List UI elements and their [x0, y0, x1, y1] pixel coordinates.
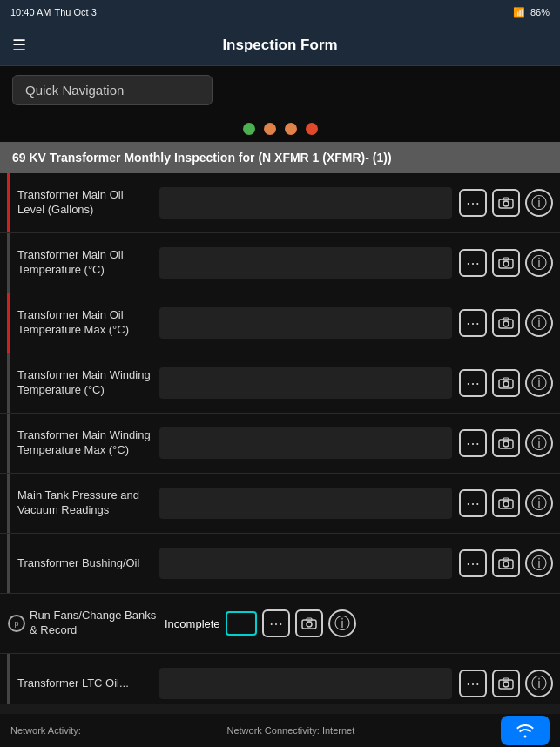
- row-actions: ⋯ ⓘ: [459, 429, 553, 457]
- status-icons: 📶 86%: [513, 7, 550, 18]
- network-connectivity: Network Connectivity: Internet: [226, 725, 354, 736]
- row-input[interactable]: [159, 187, 452, 219]
- svg-point-7: [503, 321, 509, 326]
- info-button[interactable]: ⓘ: [525, 369, 553, 397]
- chat-button[interactable]: ⋯: [459, 309, 487, 337]
- status-date: Thu Oct 3: [54, 7, 96, 17]
- row-label: Transformer Main Oil Level (Gallons): [17, 188, 152, 218]
- bottom-status-bar: Network Activity: Network Connectivity: …: [0, 714, 560, 747]
- form-row: p Run Fans/Change Banks & RecordIncomple…: [0, 594, 560, 654]
- camera-button[interactable]: [492, 489, 520, 517]
- form-row: Main Tank Pressure and Vacuum Readings ⋯…: [0, 474, 560, 534]
- svg-point-1: [503, 201, 509, 206]
- progress-dots: [0, 114, 560, 142]
- svg-point-10: [503, 381, 509, 387]
- camera-button[interactable]: [492, 249, 520, 277]
- row-indicator: [7, 353, 10, 413]
- row-label: Run Fans/Change Banks & Record: [30, 609, 165, 638]
- form-row: Transformer LTC Oil... ⋯ ⓘ: [0, 654, 560, 704]
- quick-nav-bar: Quick Navigation: [0, 66, 560, 114]
- row-label: Transformer Main Winding Temperature Max…: [17, 428, 152, 458]
- row-input[interactable]: [159, 548, 452, 579]
- status-bar: 10:40 AM Thu Oct 3 📶 86%: [0, 0, 560, 24]
- progress-dot-3[interactable]: [306, 123, 318, 135]
- progress-dot-2[interactable]: [285, 123, 297, 135]
- form-row: Transformer Main Oil Level (Gallons) ⋯ ⓘ: [0, 173, 560, 233]
- status-time: 10:40 AM: [10, 7, 51, 17]
- info-button[interactable]: ⓘ: [525, 670, 553, 697]
- row-indicator: [7, 293, 10, 353]
- quick-nav-button[interactable]: Quick Navigation: [12, 75, 213, 105]
- progress-dot-1[interactable]: [264, 123, 276, 135]
- form-list: Transformer Main Oil Level (Gallons) ⋯ ⓘ…: [0, 173, 560, 704]
- form-row: Transformer Main Oil Temperature (°C) ⋯ …: [0, 233, 560, 293]
- info-button[interactable]: ⓘ: [525, 549, 553, 577]
- svg-point-4: [503, 261, 509, 266]
- progress-dot-0[interactable]: [243, 123, 255, 135]
- chat-button[interactable]: ⋯: [459, 369, 487, 397]
- row-actions: ⋯ ⓘ: [459, 249, 553, 277]
- info-button[interactable]: ⓘ: [525, 249, 553, 277]
- row-actions: ⋯ ⓘ: [459, 189, 553, 217]
- section-header: 69 KV Transformer Monthly Inspection for…: [0, 142, 560, 173]
- camera-button[interactable]: [295, 609, 323, 637]
- info-button[interactable]: ⓘ: [525, 489, 553, 517]
- chat-button[interactable]: ⋯: [459, 549, 487, 577]
- camera-button[interactable]: [492, 429, 520, 457]
- row-indicator: [7, 654, 10, 704]
- row-label: Main Tank Pressure and Vacuum Readings: [17, 488, 152, 518]
- row-indicator: [7, 173, 10, 232]
- section-title: 69 KV Transformer Monthly Inspection for…: [12, 151, 392, 165]
- chat-button[interactable]: ⋯: [459, 189, 487, 217]
- row-indicator-circle: p: [7, 594, 26, 653]
- svg-point-16: [503, 501, 509, 507]
- row-input[interactable]: [159, 668, 452, 699]
- row-actions: ⋯ ⓘ: [459, 369, 553, 397]
- camera-button[interactable]: [492, 189, 520, 217]
- row-actions: ⋯ ⓘ: [262, 609, 356, 637]
- app-header: ☰ Inspection Form: [0, 24, 560, 66]
- chat-button[interactable]: ⋯: [459, 670, 487, 697]
- header-title: Inspection Form: [222, 37, 337, 54]
- svg-point-25: [503, 682, 509, 687]
- info-button[interactable]: ⓘ: [525, 189, 553, 217]
- wifi-status-icon: 📶: [513, 7, 525, 18]
- info-button[interactable]: ⓘ: [328, 609, 356, 637]
- menu-button[interactable]: ☰: [12, 36, 26, 55]
- network-activity-label: Network Activity:: [10, 725, 81, 736]
- row-label: Transformer Main Oil Temperature Max (°C…: [17, 308, 152, 338]
- info-button[interactable]: ⓘ: [525, 429, 553, 457]
- row-actions: ⋯ ⓘ: [459, 670, 553, 697]
- info-button[interactable]: ⓘ: [525, 309, 553, 337]
- chat-button[interactable]: ⋯: [262, 609, 290, 637]
- row-indicator: [7, 233, 10, 293]
- row-input[interactable]: [159, 367, 452, 399]
- row-actions: ⋯ ⓘ: [459, 309, 553, 337]
- circle-badge: p: [8, 615, 25, 632]
- network-connectivity-label: Network Connectivity:: [226, 725, 319, 736]
- row-input[interactable]: [159, 247, 452, 279]
- row-label: Transformer Main Winding Temperature (°C…: [17, 368, 152, 398]
- row-indicator: [7, 414, 10, 473]
- row-indicator: [7, 474, 10, 533]
- form-row: Transformer Main Winding Temperature Max…: [0, 414, 560, 474]
- row-actions: ⋯ ⓘ: [459, 549, 553, 577]
- camera-button[interactable]: [492, 309, 520, 337]
- row-label: Transformer Bushing/Oil: [17, 556, 152, 571]
- chat-button[interactable]: ⋯: [459, 489, 487, 517]
- chat-button[interactable]: ⋯: [459, 429, 487, 457]
- camera-button[interactable]: [492, 670, 520, 697]
- connectivity-value: Internet: [322, 725, 354, 736]
- row-label: Transformer LTC Oil...: [17, 676, 152, 691]
- row-input[interactable]: [159, 427, 452, 459]
- wifi-button[interactable]: [501, 716, 550, 745]
- chat-button[interactable]: ⋯: [459, 249, 487, 277]
- row-input[interactable]: [159, 307, 452, 339]
- form-row: Transformer Main Winding Temperature (°C…: [0, 353, 560, 414]
- row-actions: ⋯ ⓘ: [459, 489, 553, 517]
- camera-button[interactable]: [492, 549, 520, 577]
- row-input[interactable]: [159, 488, 452, 519]
- svg-point-19: [503, 562, 509, 567]
- row-checkbox[interactable]: [226, 611, 257, 636]
- camera-button[interactable]: [492, 369, 520, 397]
